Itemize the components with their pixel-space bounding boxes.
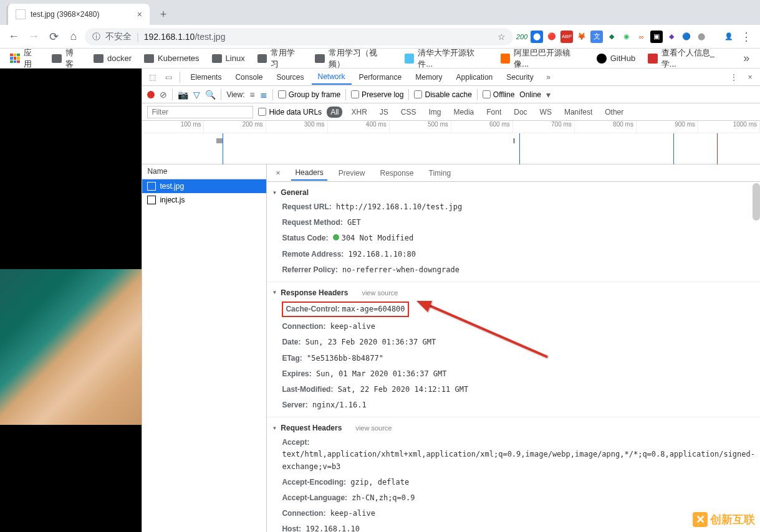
- scrollbar[interactable]: [753, 183, 760, 221]
- camera-icon[interactable]: 📷: [178, 90, 188, 100]
- section-request-headers: ▼Request Headersview source Accept: text…: [267, 417, 760, 532]
- tab-network[interactable]: Network: [312, 70, 352, 85]
- browser-tab[interactable]: test.jpg (3968×2480) ×: [6, 4, 150, 25]
- filter-font[interactable]: Font: [483, 107, 505, 118]
- bookmark-folder-k8s[interactable]: Kubernetes: [139, 51, 204, 65]
- section-title-request[interactable]: ▼Request Headersview source: [267, 421, 760, 435]
- filter-media[interactable]: Media: [450, 107, 478, 118]
- network-timeline[interactable]: 100 ms 200 ms 300 ms 400 ms 500 ms 600 m…: [142, 121, 760, 164]
- filter-ws[interactable]: WS: [536, 107, 556, 118]
- ext-green-icon[interactable]: ◆: [605, 31, 618, 43]
- new-tab-button[interactable]: +: [155, 6, 172, 23]
- bookmark-folder-studyv[interactable]: 常用学习（视频）: [310, 45, 397, 72]
- ext-adblock-icon[interactable]: ABP: [560, 31, 573, 43]
- bookmark-folder-blog[interactable]: 博客: [47, 45, 86, 72]
- bookmark-folder-study[interactable]: 常用学习: [253, 45, 308, 72]
- close-tab-icon[interactable]: ×: [137, 9, 142, 19]
- close-detail-icon[interactable]: ×: [272, 169, 284, 178]
- favicon-icon: [501, 54, 511, 64]
- detail-tab-response[interactable]: Response: [376, 166, 417, 180]
- bookmark-folder-docker[interactable]: docker: [89, 51, 137, 65]
- record-button[interactable]: [147, 91, 155, 98]
- file-icon: [147, 196, 156, 204]
- site-info-icon[interactable]: ⓘ: [92, 31, 100, 42]
- filter-img[interactable]: Img: [425, 107, 445, 118]
- large-rows-icon[interactable]: ≡: [250, 90, 255, 100]
- inspect-element-icon[interactable]: ⬚: [145, 73, 160, 82]
- bookmark-aliyun[interactable]: 阿里巴巴开源镜像...: [496, 45, 589, 72]
- view-label: View:: [226, 90, 244, 99]
- detail-tab-headers[interactable]: Headers: [291, 166, 327, 181]
- star-icon[interactable]: ☆: [498, 32, 506, 42]
- tab-application[interactable]: Application: [450, 70, 499, 84]
- preserve-log-checkbox[interactable]: Preserve log: [351, 90, 403, 99]
- ext-badge-200[interactable]: 200: [516, 31, 528, 43]
- bookmark-folder-linux[interactable]: Linux: [207, 51, 250, 65]
- url-input[interactable]: ⓘ 不安全 | 192.168.1.10/test.jpg ☆: [85, 28, 513, 45]
- ext-onepassword-icon[interactable]: ⬤: [531, 31, 543, 43]
- disclosure-icon: ▼: [272, 190, 277, 196]
- section-title-general[interactable]: ▼General: [267, 186, 760, 199]
- filter-js[interactable]: JS: [376, 107, 392, 118]
- home-button[interactable]: ⌂: [65, 28, 82, 45]
- online-select[interactable]: Online: [519, 90, 541, 99]
- filter-doc[interactable]: Doc: [510, 107, 531, 118]
- search-icon[interactable]: 🔍: [205, 90, 216, 100]
- bookmark-github[interactable]: GitHub: [592, 51, 640, 66]
- kebab-menu-icon[interactable]: ⋮: [738, 28, 755, 45]
- device-toggle-icon[interactable]: ▭: [161, 73, 176, 82]
- ext-translate-icon[interactable]: 文: [590, 31, 603, 43]
- ext-grey-icon[interactable]: ⬤: [695, 31, 708, 43]
- highlighted-cache-control: Cache-Control: max-age=604800: [282, 302, 408, 317]
- bookmarks-overflow-icon[interactable]: »: [738, 50, 755, 67]
- ext-video-icon[interactable]: ▣: [650, 31, 663, 43]
- tab-console[interactable]: Console: [229, 70, 269, 84]
- favicon-icon: [648, 54, 658, 64]
- back-button[interactable]: ←: [5, 28, 22, 45]
- filter-icon[interactable]: ▽: [193, 90, 200, 100]
- ext-purple-icon[interactable]: ◆: [665, 31, 678, 43]
- section-title-response[interactable]: ▼Response Headersview source: [267, 286, 760, 300]
- throttle-dropdown-icon[interactable]: ▾: [546, 90, 551, 100]
- waterfall-icon[interactable]: ≣: [260, 90, 267, 100]
- ext-chrome-icon[interactable]: 🔴: [546, 31, 558, 43]
- tab-memory[interactable]: Memory: [409, 70, 448, 84]
- disable-cache-checkbox[interactable]: Disable cache: [414, 90, 471, 99]
- filter-all[interactable]: All: [327, 107, 342, 118]
- ext-ff-icon[interactable]: 🦊: [575, 31, 588, 43]
- bookmark-profile[interactable]: 查看个人信息_学...: [643, 45, 733, 72]
- clear-icon[interactable]: ⊘: [160, 90, 167, 100]
- profile-icon[interactable]: 👤: [723, 31, 735, 43]
- filter-css[interactable]: CSS: [397, 107, 420, 118]
- devtools-close-icon[interactable]: ×: [743, 73, 758, 82]
- request-item-injectjs[interactable]: inject.js: [142, 193, 266, 207]
- tab-security[interactable]: Security: [500, 70, 539, 84]
- filter-other[interactable]: Other: [601, 107, 627, 118]
- tab-performance[interactable]: Performance: [353, 70, 408, 84]
- filter-xhr[interactable]: XHR: [347, 107, 370, 118]
- more-tabs-icon[interactable]: »: [541, 73, 556, 82]
- tab-sources[interactable]: Sources: [270, 70, 310, 84]
- ext-rainbow-icon[interactable]: 🔵: [680, 31, 693, 43]
- filter-manifest[interactable]: Manifest: [560, 107, 596, 118]
- tab-elements[interactable]: Elements: [184, 70, 228, 84]
- devtools-settings-icon[interactable]: ⋮: [726, 73, 741, 82]
- reload-button[interactable]: ⟳: [45, 28, 62, 45]
- forward-button[interactable]: →: [25, 28, 42, 45]
- apps-bookmark[interactable]: 应用: [5, 45, 44, 72]
- hide-data-urls-checkbox[interactable]: Hide data URLs: [258, 108, 322, 116]
- ext-evernote-icon[interactable]: ◉: [620, 31, 633, 43]
- ext-infinity-icon[interactable]: ∞: [635, 31, 648, 43]
- apps-label: 应用: [24, 47, 39, 70]
- detail-tab-preview[interactable]: Preview: [335, 166, 369, 180]
- view-source-link[interactable]: view source: [362, 289, 398, 297]
- disclosure-icon: ▼: [272, 290, 277, 295]
- request-item-testjpg[interactable]: test.jpg: [142, 179, 266, 193]
- group-by-frame-checkbox[interactable]: Group by frame: [278, 90, 340, 99]
- view-source-link[interactable]: view source: [355, 424, 392, 432]
- filter-input[interactable]: [147, 106, 253, 118]
- bookmark-tsinghua[interactable]: 清华大学开源软件...: [400, 45, 493, 72]
- detail-tab-timing[interactable]: Timing: [425, 166, 455, 180]
- section-response-headers: ▼Response Headersview source Cache-Contr…: [267, 282, 760, 417]
- offline-checkbox[interactable]: Offline: [483, 90, 514, 99]
